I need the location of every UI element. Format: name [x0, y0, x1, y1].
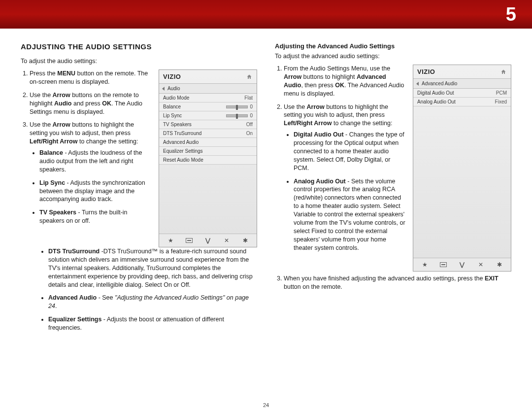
- bullet-digital-audio: Digital Audio Out - Changes the type of …: [294, 131, 406, 172]
- osd-row: DTS TruSurroundOn: [159, 129, 257, 138]
- osd-row: Advanced Audio: [159, 138, 257, 147]
- osd-header: VIZIO: [159, 70, 257, 84]
- osd-breadcrumb: Audio: [159, 84, 257, 94]
- chapter-banner: 5: [0, 0, 532, 29]
- osd-row: Digital Audio OutPCM: [413, 89, 511, 98]
- osd-row: Equalizer Settings: [159, 147, 257, 156]
- osd-logo: VIZIO: [163, 73, 181, 80]
- left-column: ADJUSTING THE AUDIO SETTINGS To adjust t…: [21, 42, 257, 337]
- osd-breadcrumb: Advanced Audio: [413, 79, 511, 89]
- settings-bullets-wide: DTS TruSurround -DTS TruSurround™ is a f…: [21, 247, 257, 332]
- osd-row: TV SpeakersOff: [159, 120, 257, 129]
- steps-list: Press the MENU button on the remote. The…: [21, 69, 152, 225]
- osd-row: Lip Sync0: [159, 111, 257, 120]
- star-icon: [421, 261, 428, 268]
- bullet-dts: DTS TruSurround -DTS TruSurround™ is a f…: [48, 247, 257, 289]
- steps-list-cont: When you have finished adjusting the adv…: [275, 274, 511, 291]
- steps-list: From the Audio Settings Menu, use the Ar…: [275, 65, 406, 252]
- osd-advanced-audio-menu: VIZIO Advanced Audio Digital Audio OutPC…: [413, 65, 511, 272]
- osd-crumb-label: Advanced Audio: [422, 81, 457, 86]
- bullet-tv-speakers: TV Speakers - Turns the built-in speaker…: [39, 208, 152, 225]
- step-1: From the Audio Settings Menu, use the Ar…: [284, 65, 406, 98]
- chapter-number: 5: [506, 4, 516, 25]
- vizio-icon: [459, 261, 466, 268]
- osd-audio-menu: VIZIO Audio Audio ModeFlat Balance0 Lip …: [159, 69, 257, 247]
- section-heading: ADJUSTING THE AUDIO SETTINGS: [21, 42, 257, 51]
- intro-text: To adjust the audio settings:: [21, 58, 257, 65]
- back-icon: [416, 82, 419, 86]
- bullet-advanced-audio: Advanced Audio - See "Adjusting the Adva…: [48, 294, 257, 310]
- right-column: Adjusting the Advanced Audio Settings To…: [275, 42, 511, 337]
- osd-footer: [413, 258, 511, 271]
- slider-icon: [226, 105, 248, 108]
- settings-bullets-narrow: Balance - Adjusts the loudness of the au…: [30, 149, 152, 225]
- star-icon: [167, 237, 174, 244]
- step-3: Use the Arrow buttons to highlight the s…: [30, 121, 152, 225]
- wide-icon: [440, 262, 447, 267]
- back-icon: [162, 87, 165, 91]
- close-icon: [477, 261, 484, 268]
- close-icon: [223, 237, 230, 244]
- step-2: Use the Arrow buttons to highlight the s…: [284, 103, 406, 252]
- step-2: Use the Arrow buttons on the remote to h…: [30, 91, 152, 116]
- slider-icon: [226, 114, 248, 117]
- subsection-heading: Adjusting the Advanced Audio Settings: [275, 42, 511, 50]
- bullet-lip-sync: Lip Sync - Adjusts the syn­chronization …: [39, 179, 152, 204]
- bullet-analog-audio: Analog Audio Out - Sets the volume contr…: [294, 177, 406, 252]
- bullet-equalizer: Equalizer Settings - Adjusts the boost o…: [48, 315, 257, 332]
- step-3: When you have finished adjusting the adv…: [284, 274, 511, 291]
- osd-row: Balance0: [159, 103, 257, 111]
- home-icon: [500, 68, 507, 75]
- vizio-icon: [204, 237, 211, 244]
- home-icon: [246, 73, 253, 80]
- osd-row: Analog Audio OutFixed: [413, 98, 511, 106]
- gear-icon: [496, 261, 503, 268]
- osd-row: Audio ModeFlat: [159, 94, 257, 103]
- intro-text: To adjust the advanced audio settings:: [275, 53, 511, 60]
- osd-row: Reset Audio Mode: [159, 156, 257, 165]
- gear-icon: [242, 237, 249, 244]
- step-1: Press the MENU button on the remote. The…: [30, 69, 152, 86]
- wide-icon: [186, 238, 193, 243]
- osd-header: VIZIO: [413, 65, 511, 79]
- osd-logo: VIZIO: [417, 68, 435, 75]
- page-number: 24: [0, 402, 532, 408]
- advanced-bullets: Digital Audio Out - Changes the type of …: [284, 131, 406, 252]
- osd-footer: [159, 234, 257, 247]
- osd-crumb-label: Audio: [167, 86, 180, 91]
- bullet-balance: Balance - Adjusts the loudness of the au…: [39, 149, 152, 174]
